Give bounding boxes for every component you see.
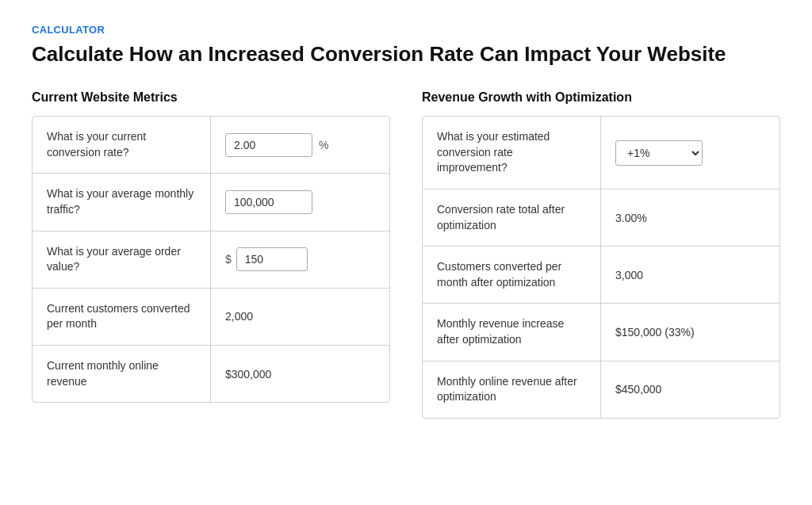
- order-value-input-wrapper: $: [225, 247, 308, 271]
- improvement-select[interactable]: +1% +2% +3% +4% +5%: [615, 140, 703, 166]
- conversion-total-label: Conversion rate total after optimization: [423, 189, 601, 246]
- currency-prefix: $: [225, 253, 232, 266]
- revenue-increase-value: $150,000 (33%): [615, 326, 695, 339]
- order-value-input[interactable]: [236, 247, 308, 271]
- page-title: Calculate How an Increased Conversion Ra…: [32, 42, 780, 67]
- table-row: Conversion rate total after optimization…: [423, 189, 779, 247]
- conversion-rate-label: What is your current conversion rate?: [33, 117, 211, 173]
- customers-optimized-label: Customers converted per month after opti…: [423, 247, 601, 303]
- estimated-improvement-cell: +1% +2% +3% +4% +5%: [601, 117, 779, 189]
- revenue-increase-cell: $150,000 (33%): [601, 304, 779, 360]
- order-value-cell: $: [211, 231, 389, 288]
- monthly-traffic-input[interactable]: [225, 190, 312, 214]
- revenue-increase-label: Monthly revenue increase after optimizat…: [423, 304, 601, 360]
- current-revenue-value: $300,000: [225, 368, 271, 381]
- right-table: What is your estimated conversion rate i…: [422, 116, 780, 419]
- table-row: Monthly online revenue after optimizatio…: [423, 362, 779, 418]
- current-customers-value: 2,000: [225, 310, 253, 323]
- current-customers-label: Current customers converted per month: [33, 289, 211, 345]
- breadcrumb: Calculator: [32, 24, 780, 36]
- conversion-total-cell: 3.00%: [601, 189, 779, 246]
- table-row: What is your current conversion rate? %: [33, 117, 389, 174]
- table-row: What is your average order value? $: [33, 231, 389, 289]
- revenue-after-cell: $450,000: [601, 362, 779, 418]
- revenue-after-value: $450,000: [615, 383, 661, 396]
- current-customers-cell: 2,000: [211, 289, 389, 345]
- conversion-rate-input-wrapper: %: [225, 133, 328, 157]
- conversion-total-value: 3.00%: [615, 212, 647, 224]
- left-section: Current Website Metrics What is your cur…: [32, 90, 390, 419]
- conversion-rate-cell: %: [211, 117, 389, 173]
- right-section-title: Revenue Growth with Optimization: [422, 90, 780, 105]
- customers-optimized-value: 3,000: [615, 269, 643, 281]
- conversion-rate-input[interactable]: [225, 133, 312, 157]
- monthly-traffic-cell: [211, 174, 389, 230]
- current-revenue-label: Current monthly online revenue: [33, 346, 211, 402]
- table-row: Customers converted per month after opti…: [423, 247, 779, 304]
- revenue-after-label: Monthly online revenue after optimizatio…: [423, 362, 601, 418]
- left-section-title: Current Website Metrics: [32, 90, 390, 105]
- table-row: Current customers converted per month 2,…: [33, 289, 389, 346]
- table-row: Current monthly online revenue $300,000: [33, 346, 389, 402]
- estimated-improvement-label: What is your estimated conversion rate i…: [423, 117, 601, 189]
- left-table: What is your current conversion rate? % …: [32, 116, 390, 403]
- customers-optimized-cell: 3,000: [601, 247, 779, 303]
- table-row: What is your estimated conversion rate i…: [423, 117, 779, 189]
- current-revenue-cell: $300,000: [211, 346, 389, 402]
- monthly-traffic-label: What is your average monthly traffic?: [33, 174, 211, 230]
- table-row: What is your average monthly traffic?: [33, 174, 389, 231]
- right-section: Revenue Growth with Optimization What is…: [422, 90, 780, 419]
- table-row: Monthly revenue increase after optimizat…: [423, 304, 779, 361]
- percent-suffix: %: [319, 139, 328, 151]
- order-value-label: What is your average order value?: [33, 231, 211, 288]
